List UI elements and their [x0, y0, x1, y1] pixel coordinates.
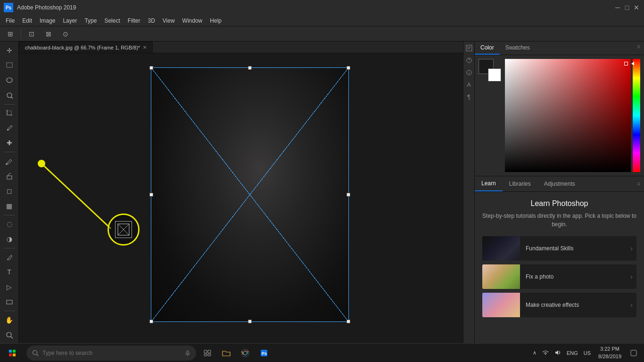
maximize-button[interactable]: □ [623, 4, 631, 11]
taskbar-search-input[interactable] [42, 350, 181, 356]
tutorial-card-creative[interactable]: Make creative effects › [482, 293, 636, 317]
healing-tool[interactable]: ✚ [2, 136, 17, 150]
menu-item-filter[interactable]: Filter [124, 15, 144, 26]
tutorial-card-fix-photo[interactable]: Fix a photo › [482, 264, 636, 289]
svg-line-14 [118, 224, 129, 235]
library-icon[interactable] [464, 56, 474, 65]
menu-item-edit[interactable]: Edit [18, 15, 36, 26]
hand-tool[interactable]: ✋ [2, 313, 17, 327]
svg-rect-15 [466, 45, 472, 51]
stamp-tool[interactable] [2, 169, 17, 183]
color-tab[interactable]: Color [475, 41, 500, 55]
tool-separator-2 [4, 152, 15, 152]
app-wrapper: Ps Adobe Photoshop 2019 ─ □ ✕ FileEditIm… [0, 0, 644, 362]
dodge-tool[interactable]: ◑ [2, 232, 17, 246]
menu-item-help[interactable]: Help [206, 15, 225, 26]
crop-tool[interactable] [2, 106, 17, 120]
color-panel-menu-icon[interactable]: ≡ [633, 41, 644, 55]
minimize-button[interactable]: ─ [614, 4, 621, 11]
lang-indicator[interactable]: ENG [565, 350, 580, 356]
bg-swatch[interactable] [488, 68, 501, 82]
menu-item-view[interactable]: View [159, 15, 179, 26]
taskbar-clock[interactable]: 3:22 PM 8/28/2019 [594, 346, 625, 360]
tutorial-arrow-creative: › [630, 301, 636, 309]
svg-rect-30 [204, 350, 207, 353]
color-gradient-field[interactable] [505, 59, 631, 172]
photoshop-taskbar-button[interactable]: Ps [255, 344, 273, 362]
svg-rect-7 [7, 300, 12, 304]
transform-options3[interactable]: ⊙ [59, 27, 72, 41]
taskbar-search-icon [32, 350, 39, 356]
svg-rect-12 [118, 224, 129, 235]
learn-panel-menu-icon[interactable]: ≡ [633, 179, 644, 189]
color-panel-tabs: Color Swatches ≡ [475, 41, 644, 55]
move-options-icon[interactable]: ⊞ [4, 27, 17, 41]
active-document-tab[interactable]: chalkboard-black.jpg @ 66.7% (Frame 1, R… [19, 41, 153, 53]
tutorial-label-creative: Make creative effects [520, 302, 630, 308]
menu-item-image[interactable]: Image [36, 15, 59, 26]
menu-item-3d[interactable]: 3D [144, 15, 158, 26]
adjustments-tab[interactable]: Adjustments [537, 177, 582, 191]
path-select-tool[interactable]: ▷ [2, 280, 17, 294]
app-title: Adobe Photoshop 2019 [17, 4, 76, 11]
swatches-tab[interactable]: Swatches [500, 41, 536, 55]
menu-item-select[interactable]: Select [100, 15, 124, 26]
menu-item-layer[interactable]: Layer [59, 15, 81, 26]
tool-separator-1 [4, 104, 15, 105]
learn-panel-tabs: Learn Libraries Adjustments ≡ [475, 176, 644, 192]
file-explorer-button[interactable] [217, 344, 236, 362]
tutorial-thumb-fundamental [482, 236, 520, 261]
tutorial-card-fundamental[interactable]: Fundamental Skills › [482, 236, 636, 261]
network-icon[interactable] [540, 350, 551, 356]
lasso-tool[interactable] [2, 73, 17, 87]
chrome-button[interactable] [236, 344, 255, 362]
transform-options1[interactable]: ⊡ [25, 27, 38, 41]
paragraph-icon[interactable]: ¶ [464, 92, 474, 102]
menu-item-file[interactable]: File [2, 15, 18, 26]
menu-item-window[interactable]: Window [179, 15, 206, 26]
quick-select-tool[interactable] [2, 88, 17, 102]
fg-bg-swatch-area[interactable] [479, 59, 501, 82]
notification-icon[interactable] [627, 344, 640, 362]
up-arrow-icon[interactable]: ∧ [531, 350, 538, 356]
libraries-tab[interactable]: Libraries [503, 177, 537, 191]
pen-tool[interactable] [2, 250, 17, 264]
text-tool[interactable]: T [2, 265, 17, 279]
taskview-button[interactable] [198, 344, 217, 362]
svg-line-13 [118, 224, 129, 235]
color-picker-area[interactable] [505, 59, 640, 172]
window-controls: ─ □ ✕ [614, 4, 640, 11]
canvas-content[interactable] [19, 53, 463, 352]
blur-tool[interactable]: ◌ [2, 217, 17, 231]
volume-icon[interactable] [553, 350, 563, 356]
close-button[interactable]: ✕ [633, 4, 640, 11]
zoom-tool[interactable] [2, 328, 17, 342]
svg-rect-23 [13, 350, 16, 353]
marquee-tool[interactable] [2, 58, 17, 73]
start-button[interactable] [0, 344, 25, 362]
canvas-image [151, 67, 349, 322]
properties-icon[interactable] [464, 43, 474, 53]
svg-point-8 [7, 332, 11, 337]
svg-rect-25 [13, 354, 16, 356]
eyedropper-tool[interactable] [2, 121, 17, 135]
eraser-tool[interactable]: ◻ [2, 184, 17, 198]
menubar: FileEditImageLayerTypeSelectFilter3DView… [0, 15, 644, 26]
hue-strip[interactable] [633, 59, 640, 172]
brush-tool[interactable] [2, 154, 17, 168]
svg-rect-6 [7, 176, 12, 179]
tool-separator-4 [4, 248, 15, 248]
type-icon[interactable]: A [464, 80, 474, 90]
taskbar-search-bar[interactable] [26, 346, 196, 361]
doc-tab-close-button[interactable]: ✕ [143, 45, 147, 50]
gradient-tool[interactable]: ▦ [2, 199, 17, 213]
ps-logo: Ps [4, 3, 13, 12]
learn-tab[interactable]: Learn [475, 176, 503, 191]
move-tool[interactable]: ✛ [2, 43, 17, 58]
region-indicator[interactable]: US [582, 350, 593, 356]
info-icon[interactable]: i [464, 68, 474, 77]
transform-options2[interactable]: ⊠ [42, 27, 55, 41]
menu-item-type[interactable]: Type [81, 15, 100, 26]
shape-tool[interactable] [2, 295, 17, 309]
svg-text:Ps: Ps [262, 351, 267, 356]
